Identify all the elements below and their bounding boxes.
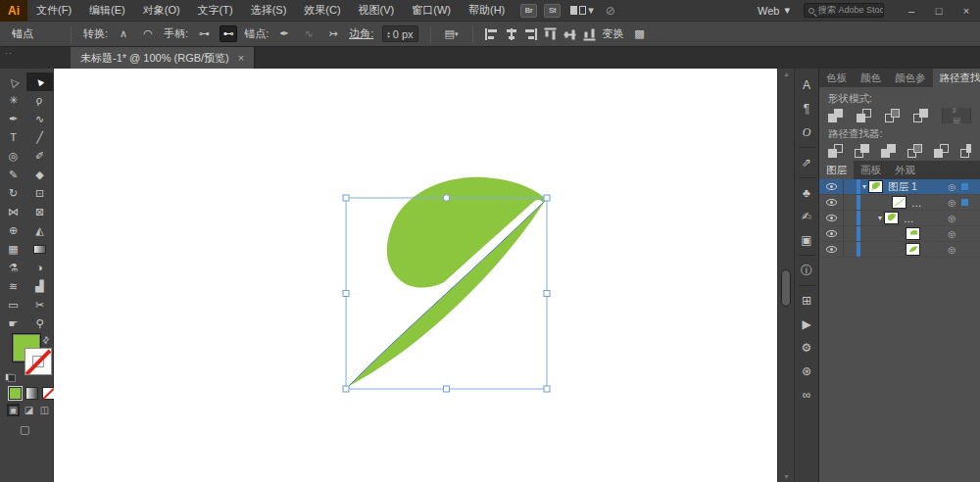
actions-panel-icon[interactable]: ▶ [795, 313, 818, 336]
settings-panel-icon[interactable]: ⚙ [795, 336, 818, 360]
search-input[interactable]: 搜索 Adobe Stock [804, 3, 884, 18]
eyedropper-tool[interactable]: ⚗ [0, 259, 26, 277]
brushes-panel-icon[interactable]: ✍ [795, 205, 818, 228]
anchor-point-top-center[interactable] [443, 195, 449, 201]
handle-bottom-right[interactable] [544, 386, 550, 392]
draw-behind-button[interactable]: ◪ [23, 404, 35, 416]
menu-view[interactable]: 视图(V) [350, 0, 404, 22]
layer-name[interactable]: … [911, 197, 948, 209]
swap-fill-stroke-icon[interactable]: ⇄ [40, 334, 52, 346]
visibility-toggle[interactable] [819, 226, 844, 241]
tab-pathfinder[interactable]: 路径查找器 [933, 69, 980, 87]
menu-file[interactable]: 文件(F) [27, 0, 80, 22]
target-icon[interactable]: ◎ [948, 229, 956, 239]
show-handles-button[interactable]: ⊶ [195, 25, 213, 42]
menu-help[interactable]: 帮助(H) [460, 0, 514, 22]
workspace-switcher-icon[interactable]: ▾ [570, 4, 594, 17]
tab-close-icon[interactable]: × [238, 52, 244, 64]
shape-mode-intersect-button[interactable] [885, 109, 901, 122]
menu-select[interactable]: 选择(S) [242, 0, 296, 22]
gradient-mode-button[interactable] [25, 387, 38, 400]
target-icon[interactable]: ◎ [948, 182, 956, 192]
line-segment-tool[interactable]: ╱ [26, 128, 53, 147]
zoom-tool[interactable]: ⚲ [26, 314, 53, 333]
opentype-panel-icon[interactable]: O [795, 120, 818, 144]
menu-type[interactable]: 文字(T) [189, 0, 242, 22]
pathfinder-crop-button[interactable] [907, 144, 923, 158]
layer-thumbnail[interactable] [906, 227, 920, 240]
shape-mode-minus-front-button[interactable] [857, 109, 872, 122]
align-bottom-button[interactable] [583, 27, 595, 40]
links-panel-icon[interactable]: ∞ [795, 383, 818, 407]
menu-effect[interactable]: 效果(C) [295, 0, 349, 22]
pathfinder-merge-button[interactable] [881, 144, 897, 158]
selection-indicator[interactable] [961, 215, 968, 221]
connect-anchors-button[interactable]: ↣ [324, 25, 342, 42]
creative-cloud-panel-icon[interactable]: ⊛ [795, 360, 818, 383]
target-icon[interactable]: ◎ [948, 245, 956, 255]
layer-row-3[interactable]: ▾ … ◎ [819, 211, 980, 226]
stock-button[interactable]: St [544, 4, 561, 18]
leaf-artwork[interactable] [54, 69, 777, 482]
tab-color-guide[interactable]: 颜色参 [888, 69, 933, 87]
free-transform-icon[interactable]: ▩ [631, 25, 649, 42]
selection-indicator[interactable] [961, 230, 968, 237]
pathfinder-trim-button[interactable] [855, 144, 870, 158]
handle-bottom-left[interactable] [343, 386, 349, 392]
visibility-toggle[interactable] [819, 179, 844, 194]
align-top-button[interactable] [544, 27, 556, 40]
pathfinder-outline-button[interactable] [934, 144, 950, 158]
convert-to-corner-button[interactable]: ∧ [115, 25, 132, 42]
expand-button[interactable]: 扩展 [942, 108, 971, 123]
align-left-button[interactable] [485, 28, 498, 40]
pencil-tool[interactable]: ✎ [0, 166, 26, 184]
expand-arrow-icon[interactable]: ▾ [862, 182, 866, 191]
character-panel-icon[interactable]: A [795, 73, 818, 97]
slice-tool[interactable]: ✂ [26, 296, 53, 314]
stepper-arrows-icon[interactable]: ▴▾ [387, 30, 390, 38]
document-setup-icon[interactable]: ▤▾ [443, 25, 461, 42]
handle-top-left[interactable] [343, 195, 349, 201]
corner-label[interactable]: 边角: [349, 26, 373, 41]
paragraph-panel-icon[interactable]: ¶ [795, 97, 818, 120]
column-graph-tool[interactable]: ▟ [26, 277, 53, 296]
symbol-sprayer-tool[interactable]: ≋ [0, 277, 26, 296]
shape-mode-unite-button[interactable] [828, 109, 844, 122]
bridge-button[interactable]: Br [520, 4, 537, 18]
selection-indicator[interactable] [961, 199, 968, 206]
gpu-performance-icon[interactable]: ⊘ [606, 4, 615, 18]
target-icon[interactable]: ◎ [948, 198, 956, 208]
convert-to-smooth-button[interactable]: ◠ [139, 25, 157, 42]
expand-arrow-icon[interactable]: ▾ [878, 214, 882, 222]
artboard-canvas[interactable] [54, 69, 777, 482]
handle-mid-right[interactable] [544, 291, 550, 297]
info-panel-icon[interactable]: ⓘ [795, 259, 818, 282]
close-button[interactable]: × [953, 0, 980, 22]
shaper-tool[interactable]: ◎ [0, 147, 26, 166]
direct-selection-tool[interactable]: △ [0, 72, 26, 91]
layer-row-4[interactable]: ◎ [819, 226, 980, 242]
selection-indicator[interactable] [961, 183, 968, 190]
layer-thumbnail[interactable] [906, 243, 920, 256]
restore-button[interactable]: □ [925, 0, 953, 22]
tab-swatches[interactable]: 色板 [819, 69, 854, 87]
align-right-button[interactable] [524, 28, 537, 40]
rotate-tool[interactable]: ↻ [0, 184, 26, 203]
handle-top-right[interactable] [544, 195, 550, 201]
gradient-tool[interactable] [26, 240, 53, 259]
magic-wand-tool[interactable]: ✳ [0, 91, 26, 110]
handle-mid-left[interactable] [343, 291, 349, 297]
target-icon[interactable]: ◎ [948, 214, 956, 223]
align-middle-button[interactable] [564, 27, 575, 40]
hide-handles-button[interactable]: ⊷ [220, 25, 237, 42]
selection-indicator[interactable] [961, 246, 968, 253]
default-swatches-icon[interactable] [5, 373, 16, 382]
layer-thumbnail[interactable] [868, 180, 883, 193]
type-tool[interactable]: T [0, 128, 26, 147]
selection-tool[interactable]: ▲ [26, 72, 53, 91]
draw-normal-button[interactable]: ▣ [7, 404, 20, 416]
corner-radius-stepper[interactable]: ▴▾ 0 px [382, 25, 417, 42]
document-tab[interactable]: 未标题-1* @ 100% (RGB/预览) × [71, 47, 255, 69]
tab-layers[interactable]: 图层 [819, 161, 854, 179]
layer-row-2[interactable]: … ◎ [819, 195, 980, 211]
